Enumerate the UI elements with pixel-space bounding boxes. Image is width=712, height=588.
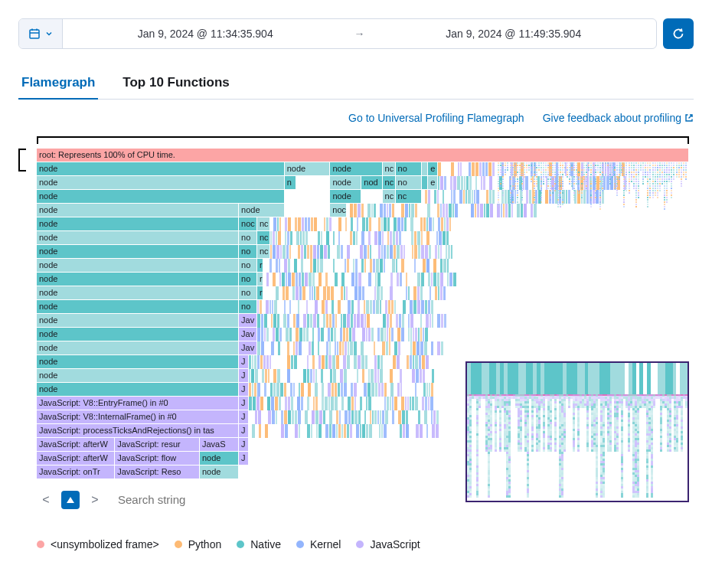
flame-frame[interactable]: JavaScript: afterW: [37, 452, 115, 466]
flame-row: nodenor: [37, 273, 689, 286]
flame-frame[interactable]: node: [37, 355, 239, 369]
flame-frame[interactable]: nc: [383, 176, 396, 190]
flame-row: nodennodenodncnoe: [37, 176, 689, 190]
flame-row: nodenor: [37, 259, 689, 273]
flame-frame[interactable]: nc: [396, 190, 422, 204]
flame-frame[interactable]: J: [239, 438, 249, 452]
flame-frame[interactable]: nod: [361, 176, 382, 190]
flame-frame[interactable]: node: [37, 245, 239, 259]
flame-row: nodeJav: [37, 341, 689, 355]
flame-frame[interactable]: noc: [330, 204, 346, 217]
date-start[interactable]: Jan 9, 2024 @ 11:34:35.904: [63, 19, 348, 48]
feedback-link[interactable]: Give feedback about profiling: [543, 112, 694, 124]
svg-rect-0: [30, 30, 39, 38]
flame-frame[interactable]: no: [239, 300, 257, 314]
minimap-top: [467, 363, 688, 394]
flame-frame[interactable]: r: [257, 273, 264, 286]
flame-frame[interactable]: Jav: [239, 314, 257, 328]
legend-kernel: Kernel: [296, 538, 341, 550]
flame-frame[interactable]: nc: [383, 162, 396, 176]
flame-frame[interactable]: no: [239, 245, 257, 259]
flame-frame[interactable]: node: [37, 300, 239, 314]
flamegraph[interactable]: root: Represents 100% of CPU time. noden…: [37, 149, 689, 479]
flame-frame[interactable]: node: [37, 231, 239, 245]
flame-frame[interactable]: node: [37, 259, 239, 273]
refresh-button[interactable]: [663, 18, 694, 49]
flame-frame[interactable]: JavaScript: V8::InternalFrame() in #0: [37, 410, 239, 424]
flame-frame[interactable]: node: [37, 273, 239, 286]
flame-frame[interactable]: J: [239, 410, 249, 424]
flame-frame[interactable]: nc: [257, 245, 270, 259]
date-range-picker: Jan 9, 2024 @ 11:34:35.904 → Jan 9, 2024…: [18, 18, 694, 49]
bracket-top: [37, 136, 689, 144]
legend-unsymbolized: <unsymbolized frame>: [37, 538, 159, 550]
flame-frame[interactable]: node: [37, 286, 239, 300]
flame-frame[interactable]: node: [330, 190, 361, 204]
nav-up-button[interactable]: [61, 491, 80, 509]
date-end[interactable]: Jan 9, 2024 @ 11:49:35.904: [371, 19, 657, 48]
goto-flamegraph-link[interactable]: Go to Universal Profiling Flamegraph: [348, 112, 524, 124]
flame-frame[interactable]: no: [396, 162, 422, 176]
flame-frame[interactable]: JavaS: [200, 438, 239, 452]
flame-frame[interactable]: node: [239, 204, 285, 217]
flame-frame[interactable]: J: [239, 452, 249, 466]
flame-frame[interactable]: node: [37, 176, 285, 190]
flame-frame[interactable]: Jav: [239, 341, 257, 355]
flame-frame[interactable]: no: [239, 259, 257, 273]
flame-frame[interactable]: JavaScript: V8::EntryFrame() in #0: [37, 397, 239, 410]
flame-frame[interactable]: r: [257, 259, 264, 273]
flame-frame[interactable]: n: [285, 176, 296, 190]
flame-frame[interactable]: JavaScript: afterW: [37, 438, 115, 452]
flame-frame[interactable]: nc: [257, 231, 270, 245]
flame-frame[interactable]: J: [239, 383, 249, 397]
flame-frame[interactable]: node: [330, 176, 361, 190]
flame-frame[interactable]: JavaScript: onTr: [37, 466, 115, 479]
flame-frame[interactable]: noc: [239, 217, 257, 231]
flame-frame[interactable]: node: [285, 162, 331, 176]
flame-row: nodenodencnc: [37, 190, 689, 204]
flame-frame[interactable]: J: [239, 424, 249, 438]
flame-frame[interactable]: node: [37, 341, 239, 355]
flame-frame[interactable]: node: [37, 162, 285, 176]
flame-root[interactable]: root: Represents 100% of CPU time.: [37, 149, 689, 162]
flame-frame[interactable]: node: [37, 314, 239, 328]
flame-frame[interactable]: node: [200, 452, 239, 466]
flame-frame[interactable]: node: [200, 466, 239, 479]
flame-frame[interactable]: no: [239, 273, 257, 286]
flame-frame[interactable]: node: [37, 328, 239, 341]
flame-frame[interactable]: no: [396, 176, 422, 190]
flame-frame[interactable]: no: [239, 286, 257, 300]
tab-flamegraph[interactable]: Flamegraph: [18, 67, 98, 100]
flame-frame[interactable]: J: [239, 397, 249, 410]
flame-frame[interactable]: node: [37, 217, 239, 231]
flame-frame[interactable]: node: [37, 383, 239, 397]
flame-row: nodenodenodencnoe: [37, 162, 689, 176]
flame-frame[interactable]: JavaScript: flow: [115, 452, 200, 466]
nav-next-button[interactable]: >: [86, 491, 104, 509]
flame-frame[interactable]: nc: [257, 217, 270, 231]
flame-frame[interactable]: JavaScript: Reso: [115, 466, 200, 479]
flame-frame[interactable]: nc: [383, 190, 396, 204]
flame-frame[interactable]: node: [37, 369, 239, 383]
flame-frame[interactable]: e: [428, 162, 438, 176]
svg-marker-5: [67, 497, 74, 503]
flame-frame[interactable]: [422, 162, 429, 176]
flame-frame[interactable]: JavaScript: resur: [115, 438, 200, 452]
nav-prev-button[interactable]: <: [37, 491, 55, 509]
flame-frame[interactable]: J: [239, 369, 249, 383]
flame-frame[interactable]: node: [37, 204, 239, 217]
flame-frame[interactable]: JavaScript: processTicksAndRejections() …: [37, 424, 239, 438]
flame-frame[interactable]: node: [37, 190, 285, 204]
minimap[interactable]: [465, 361, 689, 502]
legend-native: Native: [237, 538, 281, 550]
flame-frame[interactable]: Jav: [239, 328, 257, 341]
flame-frame[interactable]: J: [239, 355, 249, 369]
legend-javascript: JavaScript: [356, 538, 420, 550]
flame-frame[interactable]: node: [330, 162, 382, 176]
flame-frame[interactable]: r: [257, 286, 264, 300]
flame-frame[interactable]: [422, 176, 429, 190]
tab-top10[interactable]: Top 10 Functions: [119, 67, 232, 100]
flame-frame[interactable]: e: [428, 176, 438, 190]
calendar-button[interactable]: [19, 19, 63, 48]
flame-frame[interactable]: no: [239, 231, 257, 245]
